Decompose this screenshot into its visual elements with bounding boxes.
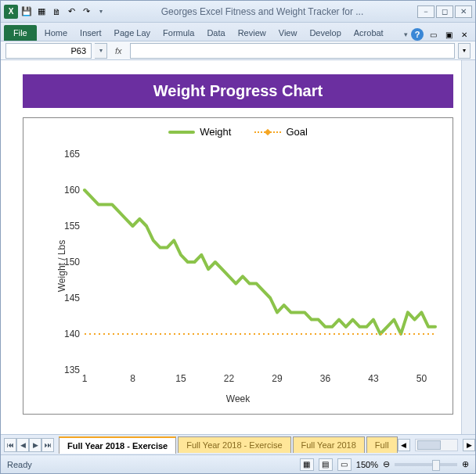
x-tick: 36 — [320, 373, 330, 384]
sheet-tab[interactable]: Full — [366, 436, 398, 453]
legend-label-goal: Goal — [286, 126, 307, 138]
doc-icon[interactable]: ▦ — [35, 5, 48, 18]
ribbon-tab-home[interactable]: Home — [38, 25, 74, 41]
x-axis-label: Week — [226, 393, 250, 404]
minimize-button[interactable]: － — [417, 5, 435, 18]
tab-next-icon[interactable]: ▶ — [29, 438, 41, 452]
zoom-slider[interactable] — [395, 463, 457, 466]
hscroll-right-icon[interactable]: ▶ — [463, 439, 475, 451]
worksheet-area: Weight Progress Chart Weight Goal Weight… — [1, 60, 475, 434]
sheet-tab[interactable]: Full Year 2018 - Exercise — [178, 436, 290, 453]
excel-app-icon: X — [4, 5, 18, 19]
y-tick: 155 — [64, 221, 80, 232]
x-tick: 50 — [416, 373, 427, 384]
redo-icon[interactable]: ↷ — [80, 5, 92, 18]
ribbon-tab-data[interactable]: Data — [200, 25, 231, 41]
horizontal-scrollbar[interactable] — [415, 439, 458, 451]
legend-item-weight: Weight — [168, 126, 231, 138]
zoom-in-icon[interactable]: ⊕ — [462, 459, 469, 469]
ribbon-tab-acrobat[interactable]: Acrobat — [348, 25, 390, 41]
view-pagebreak-icon[interactable]: ▭ — [337, 458, 352, 471]
ribbon-overflow-icon[interactable]: ▾ — [404, 31, 408, 38]
undo-icon[interactable]: ↶ — [65, 5, 78, 18]
x-tick: 8 — [130, 373, 135, 384]
chart-legend: Weight Goal — [23, 118, 453, 141]
ribbon: File HomeInsertPage LayFormulaDataReview… — [1, 23, 475, 41]
x-tick: 1 — [82, 373, 88, 384]
legend-item-goal: Goal — [254, 126, 307, 138]
ribbon-tab-develop[interactable]: Develop — [303, 25, 347, 41]
status-right: ▦ ▤ ▭ 150% ⊖ ⊕ — [300, 458, 469, 471]
x-tick: 15 — [175, 373, 186, 384]
chart-container: Weight Goal Weight / Lbs 135140145150155… — [23, 117, 453, 415]
tab-prev-icon[interactable]: ◀ — [16, 438, 29, 452]
name-box[interactable]: P63 — [5, 43, 92, 59]
y-tick: 145 — [64, 293, 80, 303]
print-icon[interactable]: 🗎 — [50, 5, 63, 18]
quick-access-toolbar: X 💾 ▦ 🗎 ↶ ↷ ▾ — [4, 5, 107, 19]
maximize-button[interactable]: ◻ — [436, 5, 453, 18]
fx-label[interactable]: fx — [110, 46, 127, 56]
chart-plot-area: 13514014515015516016518152229364350 — [85, 154, 435, 370]
chart-svg — [85, 154, 435, 370]
ribbon-restore-icon[interactable]: ▣ — [442, 28, 455, 41]
document-title: Georges Excel Fitness and Weight Tracker… — [107, 6, 417, 17]
y-tick: 135 — [64, 364, 80, 375]
qat-dropdown-icon[interactable]: ▾ — [95, 5, 107, 18]
save-icon[interactable]: 💾 — [20, 5, 33, 18]
x-tick: 43 — [368, 373, 378, 384]
legend-label-weight: Weight — [200, 126, 231, 138]
sheet-tab-active[interactable]: Full Year 2018 - Exercise — [59, 436, 176, 454]
ribbon-tab-review[interactable]: Review — [232, 25, 272, 41]
vertical-scrollbar[interactable] — [461, 60, 475, 434]
status-ready: Ready — [7, 460, 32, 469]
tab-nav: ⏮ ◀ ▶ ⏭ — [1, 438, 57, 452]
close-button[interactable]: ✕ — [455, 5, 472, 18]
ribbon-tab-insert[interactable]: Insert — [74, 25, 108, 41]
formula-expand-icon[interactable]: ▾ — [458, 43, 471, 59]
sheet-tab[interactable]: Full Year 2018 — [293, 436, 365, 453]
x-tick: 29 — [272, 373, 282, 384]
y-tick: 150 — [64, 257, 80, 268]
formula-input[interactable] — [130, 43, 455, 59]
x-tick: 22 — [224, 373, 234, 384]
y-tick: 165 — [64, 149, 80, 160]
ribbon-tab-view[interactable]: View — [272, 25, 304, 41]
tab-last-icon[interactable]: ⏭ — [41, 438, 54, 452]
series-weight — [85, 190, 435, 334]
ribbon-minimize-icon[interactable]: ▭ — [427, 28, 439, 41]
file-tab[interactable]: File — [4, 25, 37, 41]
window-controls: － ◻ ✕ — [417, 5, 472, 18]
zoom-out-icon[interactable]: ⊖ — [383, 459, 390, 469]
formula-bar: P63 ▾ fx ▾ — [1, 41, 475, 60]
y-tick: 140 — [64, 329, 80, 339]
zoom-level: 150% — [356, 460, 378, 469]
hscroll-left-icon[interactable]: ◀ — [398, 439, 410, 451]
name-box-dropdown-icon[interactable]: ▾ — [95, 43, 107, 59]
legend-swatch-goal — [254, 131, 281, 133]
view-normal-icon[interactable]: ▦ — [300, 458, 314, 471]
ribbon-tab-page-lay[interactable]: Page Lay — [108, 25, 157, 41]
chart-title: Weight Progress Chart — [23, 74, 453, 108]
y-tick: 160 — [64, 185, 80, 196]
titlebar: X 💾 ▦ 🗎 ↶ ↷ ▾ Georges Excel Fitness and … — [1, 1, 475, 23]
legend-swatch-weight — [168, 131, 195, 134]
workbook-close-icon[interactable]: ✕ — [458, 28, 471, 41]
statusbar: Ready ▦ ▤ ▭ 150% ⊖ ⊕ — [1, 454, 475, 473]
ribbon-right: ▾ ? ▭ ▣ ✕ — [404, 28, 475, 41]
view-pagelayout-icon[interactable]: ▤ — [319, 458, 333, 471]
sheet-tab-bar: ⏮ ◀ ▶ ⏭ Full Year 2018 - Exercise Full Y… — [1, 434, 475, 454]
ribbon-tab-formula[interactable]: Formula — [157, 25, 200, 41]
tab-first-icon[interactable]: ⏮ — [4, 438, 16, 452]
help-icon[interactable]: ? — [411, 28, 424, 41]
